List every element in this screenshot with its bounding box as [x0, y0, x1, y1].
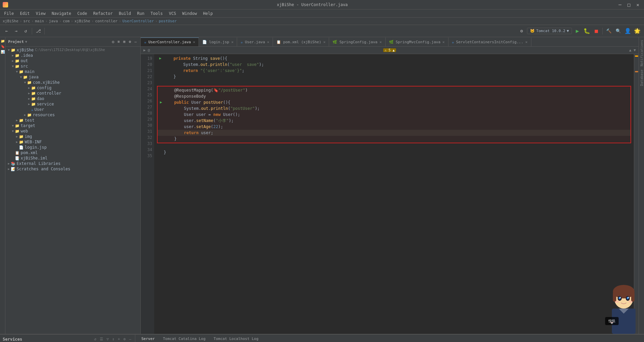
folder-icon: 📁 — [27, 113, 32, 117]
toolbar-refresh-icon[interactable]: ↺ — [22, 27, 30, 35]
tree-target[interactable]: ▼ 📁 target — [5, 123, 140, 128]
tab-user[interactable]: ☕ User.java ✕ — [237, 38, 273, 46]
project-collapse-icon[interactable]: ≡ — [117, 39, 121, 44]
tree-main[interactable]: ▼ 📁 main — [5, 69, 140, 74]
maximize-button[interactable]: □ — [625, 1, 632, 8]
tree-img[interactable]: ▶ 📁 img — [5, 134, 140, 139]
tab-springmvcconfig[interactable]: 🌿 SpringMvcConfig.java ✕ — [386, 38, 448, 46]
bc-controller[interactable]: controller — [95, 19, 117, 23]
tree-dao[interactable]: ▶ 📁 dao — [5, 96, 140, 101]
tree-config[interactable]: ▶ 📁 config — [5, 85, 140, 91]
menu-build[interactable]: Build — [116, 10, 134, 17]
tree-resources[interactable]: ▶ 📁 resources — [5, 112, 140, 118]
tree-root[interactable]: ▼ 📁 xjBiShe C:\Users\17512\Desktop\毕设\xj… — [5, 47, 140, 53]
tab-login-jsp[interactable]: 📄 login.jsp ✕ — [199, 38, 237, 46]
tree-java[interactable]: ▼ 📁 java — [5, 74, 140, 80]
log-tab-catalina[interactable]: Tomcat Catalina Log — [160, 336, 209, 342]
project-settings-icon[interactable]: ⚙ — [128, 39, 132, 44]
tree-web-inf[interactable]: ▶ 📁 WEB-INF — [5, 139, 140, 145]
toolbar-git-icon[interactable]: ⎇ — [34, 27, 42, 35]
tree-user[interactable]: ☕ User — [5, 107, 140, 112]
menu-refactor[interactable]: Refactor — [90, 10, 115, 17]
log-tab-localhost[interactable]: Tomcat Localhost Log — [210, 336, 262, 342]
tab-close-servlet[interactable]: ✕ — [525, 40, 528, 44]
toolbar-forward-icon[interactable]: → — [12, 27, 20, 35]
bc-xjbishe2[interactable]: xjBiShe — [74, 19, 90, 23]
tab-close-user[interactable]: ✕ — [267, 40, 270, 44]
tree-web[interactable]: ▼ 📁 web — [5, 128, 140, 134]
tab-servlet[interactable]: ☕ ServletContainersInitConfig... ✕ — [448, 38, 531, 46]
code-content[interactable]: ▶ private String save(){ System.out.prin… — [154, 54, 634, 334]
tree-controller[interactable]: ▶ 📁 controller — [5, 91, 140, 96]
services-refresh-icon[interactable]: ↺ — [93, 337, 97, 342]
bc-xjbishe[interactable]: xjBiShe — [3, 19, 18, 23]
right-scroll-gutter[interactable] — [634, 54, 639, 334]
log-tab-server[interactable]: Server — [138, 336, 158, 342]
toolbar-settings-icon[interactable]: ⚙ — [518, 27, 526, 35]
menu-navigate[interactable]: Navigate — [49, 10, 74, 17]
menu-window[interactable]: Window — [180, 10, 200, 17]
tree-pom-xml[interactable]: 📋 pom.xml — [5, 150, 140, 155]
tab-usercontroller[interactable]: ☕ UserController.java ✕ — [141, 38, 199, 46]
tree-out[interactable]: ▶ 📁 out — [5, 58, 140, 64]
minimize-button[interactable]: ─ — [617, 1, 623, 8]
menu-run[interactable]: Run — [134, 10, 147, 17]
tab-springconfig[interactable]: 🌿 SpringConfig.java ✕ — [329, 38, 385, 46]
services-add-icon[interactable]: + — [117, 337, 121, 342]
menu-file[interactable]: File — [1, 10, 17, 17]
services-minimize-icon[interactable]: — — [128, 337, 132, 342]
menu-code[interactable]: Code — [75, 10, 90, 17]
tree-iml[interactable]: 📑 xjBiShe.iml — [5, 155, 140, 161]
notifications-icon[interactable]: Notifications — [640, 39, 643, 68]
editor-toolbar-icon1[interactable]: ▶ — [143, 48, 146, 52]
bc-main[interactable]: main — [35, 19, 44, 23]
toolbar-build-icon[interactable]: 🔨 — [605, 27, 613, 35]
tree-test[interactable]: ▶ 📁 test — [5, 118, 140, 123]
toolbar-help-icon[interactable]: 🌟 — [633, 27, 641, 35]
project-locate-icon[interactable]: ◎ — [111, 39, 115, 44]
toolbar-back-icon[interactable]: ← — [3, 27, 11, 35]
services-settings-icon[interactable]: ⚙ — [122, 337, 127, 342]
close-button[interactable]: ✕ — [635, 1, 641, 8]
bc-java[interactable]: java — [49, 19, 58, 23]
project-minimize-icon[interactable]: — — [133, 39, 138, 44]
tree-idea[interactable]: ▶ 📁 .idea — [5, 53, 140, 58]
bc-src[interactable]: src — [23, 19, 30, 23]
tree-ext-libs[interactable]: ▶ 📚 External Libraries — [5, 161, 140, 166]
editor-toolbar-icon2[interactable]: @ — [148, 48, 150, 52]
toolbar-debug-icon[interactable]: 🐛 — [583, 27, 591, 35]
services-filter-icon[interactable]: ▽ — [106, 337, 110, 342]
toolbar-run-icon[interactable]: ▶ — [573, 27, 581, 35]
left-icon-structure[interactable]: 📊 — [0, 49, 5, 54]
left-icon-bookmark[interactable]: 🔖 — [0, 44, 5, 49]
toolbar-search-icon[interactable]: 🔍 — [614, 27, 622, 35]
project-expand-icon[interactable]: ⊞ — [122, 39, 127, 44]
bc-com[interactable]: com — [63, 19, 70, 23]
tab-close-springconfig[interactable]: ✕ — [380, 40, 382, 44]
tree-login-jsp[interactable]: 📄 login.jsp — [5, 145, 140, 150]
menu-edit[interactable]: Edit — [17, 10, 32, 17]
menu-help[interactable]: Help — [200, 10, 215, 17]
bc-postuser[interactable]: postUser — [159, 19, 177, 23]
tomcat-config-selector[interactable]: 🐱 Tomcat 10.0.2 ▼ — [527, 28, 572, 34]
tree-service[interactable]: ▶ 📁 service — [5, 101, 140, 107]
tab-close-usercontroller[interactable]: ✕ — [193, 40, 195, 44]
services-sort-icon[interactable]: ↕ — [111, 337, 116, 342]
menu-view[interactable]: View — [33, 10, 48, 17]
tab-close-springmvcconfig[interactable]: ✕ — [442, 40, 445, 44]
menu-tools[interactable]: Tools — [148, 10, 165, 17]
toolbar-avatar-icon[interactable]: 👤 — [624, 27, 632, 35]
tree-src[interactable]: ▼ 📁 src — [5, 64, 140, 69]
services-group-icon[interactable]: ☰ — [99, 337, 104, 342]
left-icon-project[interactable]: 📁 — [0, 39, 5, 43]
bc-usercontroller[interactable]: UserController — [122, 19, 154, 23]
tree-scratches[interactable]: ▶ 📝 Scratches and Consoles — [5, 166, 140, 172]
tab-close-login-jsp[interactable]: ✕ — [231, 40, 234, 44]
toolbar-stop-icon[interactable]: ■ — [592, 27, 600, 35]
tab-pom[interactable]: 📋 pom.xml (xjBiShe) ✕ — [273, 38, 329, 46]
database-icon[interactable]: Database — [640, 68, 643, 87]
menu-vcs[interactable]: VCS — [166, 10, 179, 17]
tab-close-pom[interactable]: ✕ — [323, 40, 326, 44]
tree-com[interactable]: ▼ 📁 com.xjBiShe — [5, 80, 140, 85]
bottom-area: Services ↺ ☰ ▽ ↕ + ⚙ — ▼ 🐱 Tomcat Serv — [0, 334, 644, 342]
